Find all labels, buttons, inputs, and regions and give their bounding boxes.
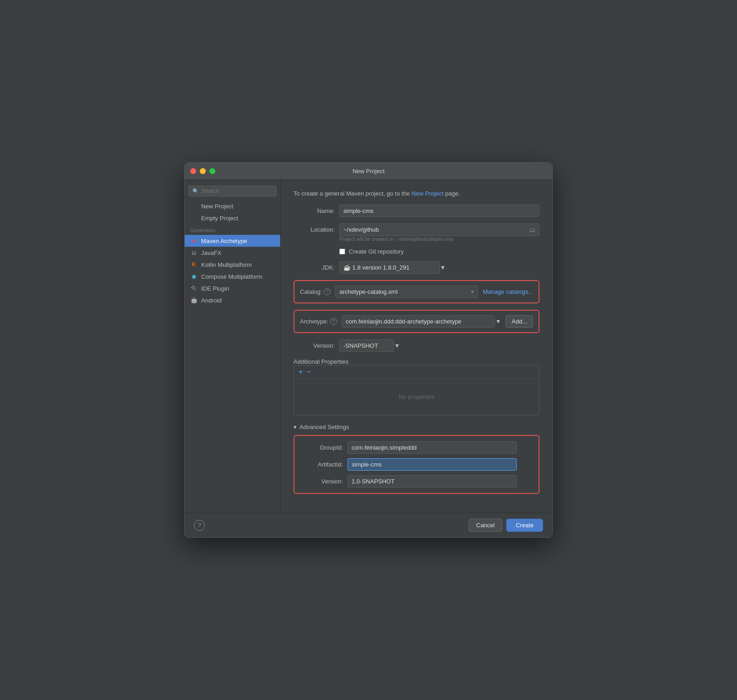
location-input[interactable] [343,226,529,233]
version-adv-label: Version: [302,478,343,485]
browse-folder-button[interactable]: 🗂 [529,226,535,233]
catalog-highlight-box: Catalog: ? archetype-catalog.xml ▼ Manag… [294,280,539,303]
artifact-id-row: ArtifactId: [302,458,531,471]
catalog-select-wrap: archetype-catalog.xml ▼ [335,286,478,298]
maximize-button[interactable] [209,168,215,174]
advanced-settings-header[interactable]: ▾ Advanced Settings [294,424,539,430]
sidebar: 🔍 New Project Empty Project Generators m… [185,180,281,513]
dialog-body: 🔍 New Project Empty Project Generators m… [185,180,552,513]
props-toolbar: + − [294,366,539,378]
version-row: Version: -SNAPSHOT ▼ [294,339,539,352]
sidebar-item-maven-archetype[interactable]: m Maven Archetype [185,235,280,247]
sidebar-item-label: Empty Project [201,215,238,222]
additional-properties-section: Additional Properties + − No properties [294,358,539,415]
sidebar-item-label: JavaFX [201,249,221,256]
no-properties-text: No properties [294,378,539,415]
manage-catalogs-link[interactable]: Manage catalogs... [483,288,533,295]
version-adv-row: Version: [302,475,531,488]
git-checkbox-label: Create Git repository [349,248,404,255]
sidebar-item-javafx[interactable]: 🗂 JavaFX [185,247,280,259]
search-box[interactable]: 🔍 [188,186,277,196]
archetype-help-icon[interactable]: ? [330,318,337,325]
jdk-row: JDK: ☕ 1.8 version 1.8.0_291 ▼ [294,261,539,274]
cancel-button[interactable]: Cancel [469,519,502,532]
sidebar-item-label: Compose Multiplatform [201,273,262,280]
advanced-settings-section: ▾ Advanced Settings GroupId: ArtifactId:… [294,424,539,494]
jdk-label: JDK: [294,264,335,271]
compose-icon: ◉ [190,273,198,280]
new-project-icon [190,202,198,210]
kotlin-icon: K [190,261,198,268]
git-checkbox[interactable] [339,249,345,255]
archetype-select[interactable]: com.feiniaojin.ddd:ddd-archetype-archety… [342,315,495,328]
android-icon: 🤖 [190,297,198,304]
sidebar-item-new-project[interactable]: New Project [185,200,280,212]
create-button[interactable]: Create [506,519,543,532]
archetype-chevron-icon: ▼ [495,318,501,325]
version-label: Version: [294,342,335,349]
group-id-row: GroupId: [302,441,531,454]
remove-property-button[interactable]: − [306,368,310,376]
archetype-label: Archetype: ? [300,318,337,325]
version-select-wrap: -SNAPSHOT ▼ [339,339,400,352]
additional-props-box: + − No properties [294,365,539,415]
dialog-footer: ? Cancel Create [185,513,552,537]
archetype-row: Archetype: ? com.feiniaojin.ddd:ddd-arch… [300,315,533,328]
artifact-id-label: ArtifactId: [302,461,343,468]
catalog-help-icon[interactable]: ? [324,288,331,295]
sidebar-item-empty-project[interactable]: Empty Project [185,212,280,224]
ide-plugin-icon: 🔌 [190,285,198,292]
version-select[interactable]: -SNAPSHOT [339,339,394,352]
minimize-button[interactable] [200,168,206,174]
dialog-title: New Project [352,168,385,175]
archetype-select-wrap: com.feiniaojin.ddd:ddd-archetype-archety… [342,315,501,328]
generators-section-label: Generators [185,224,280,235]
advanced-settings-title: Advanced Settings [299,424,349,430]
maven-icon: m [190,237,198,244]
sidebar-item-label: IDE Plugin [201,285,229,292]
catalog-select[interactable]: archetype-catalog.xml [335,286,478,298]
jdk-chevron-icon: ▼ [440,264,446,271]
title-bar: New Project [185,163,552,180]
sidebar-item-ide-plugin[interactable]: 🔌 IDE Plugin [185,282,280,294]
window-controls [190,168,215,174]
name-input[interactable] [339,205,539,217]
location-section: Location: 🗂 Project will be created in: … [294,223,539,242]
main-content: To create a general Maven project, go to… [281,180,552,513]
search-input[interactable] [202,188,272,194]
sidebar-item-label: Kotlin Multiplatform [201,261,252,268]
footer-right: Cancel Create [469,519,544,532]
additional-props-title: Additional Properties [294,358,539,365]
sidebar-item-compose-multiplatform[interactable]: ◉ Compose Multiplatform [185,270,280,282]
javafx-icon: 🗂 [190,249,198,256]
location-label: Location: [294,226,335,233]
sidebar-item-android[interactable]: 🤖 Android [185,294,280,306]
location-row: Location: 🗂 [294,223,539,236]
version-adv-input[interactable] [347,475,517,488]
catalog-label: Catalog: ? [300,288,331,295]
version-chevron-icon: ▼ [394,342,400,349]
search-icon: 🔍 [192,188,199,194]
location-hint: Project will be created in: ~/xdev/githu… [339,236,539,242]
add-archetype-button[interactable]: Add... [506,315,533,328]
footer-left: ? [194,520,205,531]
sidebar-item-label: Maven Archetype [201,238,247,244]
sidebar-item-label: Android [201,297,222,304]
archetype-highlight-box: Archetype: ? com.feiniaojin.ddd:ddd-arch… [294,310,539,333]
help-button[interactable]: ? [194,520,205,531]
name-row: Name: [294,205,539,217]
advanced-chevron-icon: ▾ [294,424,297,430]
info-text: To create a general Maven project, go to… [294,189,539,198]
artifact-id-input[interactable] [347,458,517,471]
add-property-button[interactable]: + [299,368,303,376]
empty-project-icon [190,214,198,222]
group-id-input[interactable] [347,441,517,454]
group-id-label: GroupId: [302,444,343,451]
sidebar-item-kotlin-multiplatform[interactable]: K Kotlin Multiplatform [185,259,280,270]
sidebar-item-label: New Project [201,203,233,210]
location-input-wrap: 🗂 [339,223,539,236]
close-button[interactable] [190,168,196,174]
catalog-row: Catalog: ? archetype-catalog.xml ▼ Manag… [300,286,533,298]
new-project-link[interactable]: New Project [411,190,443,197]
jdk-select[interactable]: ☕ 1.8 version 1.8.0_291 [339,261,440,274]
